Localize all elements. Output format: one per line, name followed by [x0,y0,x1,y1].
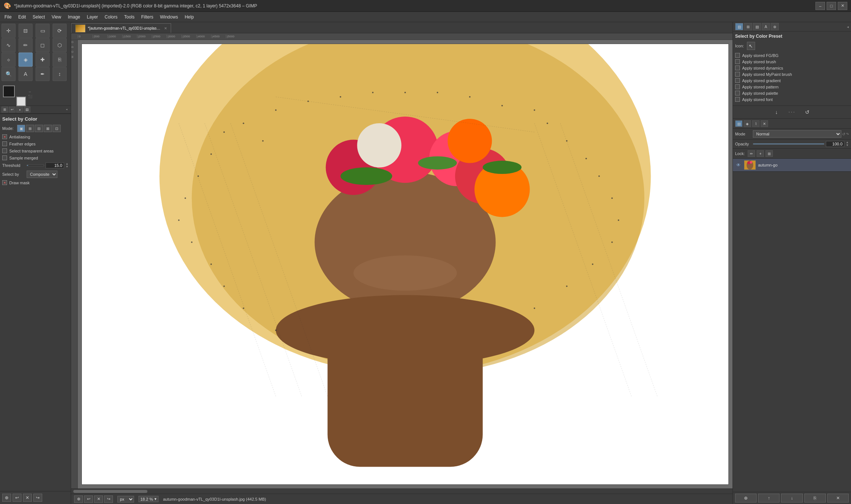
canvas-scrollbar-h[interactable] [71,488,732,494]
tool-history-btn[interactable]: ↩ [9,107,16,112]
maximize-btn[interactable]: □ [827,2,836,10]
replace-mode-btn[interactable]: ▣ [17,125,25,132]
layer-item[interactable]: 👁 autumn-go [733,159,851,172]
layer-mode-more-btn[interactable]: ↷ [846,132,849,136]
background-color[interactable] [16,97,26,106]
align-tool-btn[interactable]: ⊟ [19,24,33,38]
text-btn[interactable]: A [19,67,33,81]
clone-btn[interactable]: ⎘ [53,53,67,67]
apply-palette-checkbox[interactable] [735,91,740,95]
redo-btn[interactable]: ↪ [33,494,42,502]
sample-merged-checkbox[interactable] [2,155,7,160]
color-picker-btn[interactable]: ✒ [36,67,50,81]
color-selector[interactable] [3,85,22,103]
menu-view[interactable]: View [49,13,64,21]
move-down-btn[interactable]: ↓ [772,108,781,116]
antialiasing-checkbox[interactable] [2,134,7,139]
fuzzy-select-btn[interactable]: ⟐ [1,53,16,67]
foreground-color[interactable] [3,85,15,97]
menu-filters[interactable]: Filters [138,13,156,21]
layer-raise-btn[interactable]: ↑ [758,494,780,503]
layer-mode-history-btn[interactable]: ↺ [842,132,845,136]
select-by-color-btn[interactable]: ◈ [19,53,33,67]
layer-duplicate-btn[interactable]: ⎘ [804,494,826,503]
paintbrush-btn[interactable]: ✏ [19,38,33,52]
images-btn[interactable]: ▤ [24,107,30,112]
lock-position-btn[interactable]: + [757,150,764,157]
layer-new-btn[interactable]: ⊕ [735,494,757,503]
rect-select-btn[interactable]: ▭ [36,24,50,38]
move-tool-btn[interactable]: ✛ [1,24,16,38]
menu-windows[interactable]: Windows [157,13,181,21]
measure-btn[interactable]: ↕ [53,67,67,81]
new-image-status-btn[interactable]: ⊕ [74,495,83,503]
redo-status-btn[interactable]: ↪ [104,495,113,503]
invert-mode-btn[interactable]: ⊡ [53,125,61,132]
lock-pixels-btn[interactable]: ✏ [748,150,755,157]
right-tab-brushes[interactable]: ▨ [735,23,743,30]
scrollbar-thumb-h[interactable] [73,490,147,493]
paths-tab-btn[interactable]: ⌇ [752,120,760,127]
menu-help[interactable]: Help [182,13,197,21]
apply-font-checkbox[interactable] [735,97,740,102]
menu-image[interactable]: Image [65,13,83,21]
layers-tab-btn[interactable]: ▤ [735,120,742,127]
subtract-mode-btn[interactable]: ⊟ [35,125,43,132]
right-tabs-more-btn[interactable]: ◂ [847,25,849,29]
transform-btn[interactable]: ⟳ [53,24,67,38]
zoom-display[interactable]: 18.2 % ▾ [139,496,158,502]
menu-edit[interactable]: Edit [15,13,29,21]
image-canvas[interactable] [81,44,729,485]
opacity-slider[interactable] [753,143,824,145]
apply-mypaint-checkbox[interactable] [735,72,740,77]
layer-delete-btn[interactable]: ✕ [827,494,849,503]
select-by-dropdown[interactable]: Composite Red Green Blue Alpha Hue Satur… [27,171,57,178]
unit-select[interactable]: px in mm [117,496,134,503]
canvas-content[interactable] [78,40,732,488]
lock-all-btn[interactable]: ⊞ [765,150,773,157]
undo-history-btn[interactable]: ↩ [13,494,21,502]
feather-edges-checkbox[interactable] [2,141,7,146]
heal-btn[interactable]: ✚ [36,53,50,67]
canvas-tab[interactable]: *[autumn-goodman-vTL_qy03D1I-unsplash] (… [71,23,171,33]
eraser-btn[interactable]: ◻ [36,38,50,52]
apply-fg-bg-checkbox[interactable] [735,53,740,58]
more-btn[interactable]: ··· [788,109,795,115]
close-btn[interactable]: ✕ [838,2,847,10]
refresh-btn[interactable]: ↺ [803,108,812,116]
layer-mode-select[interactable]: Normal Dissolve Multiply Screen Overlay [753,130,841,138]
layer-visibility-btn[interactable]: 👁 [735,162,742,168]
draw-mask-checkbox[interactable] [2,180,7,185]
menu-file[interactable]: File [1,13,14,21]
preset-icon-display[interactable]: ↖ [747,42,755,50]
add-mode-btn[interactable]: ⊞ [26,125,34,132]
warp-transform-btn[interactable]: ∿ [1,38,16,52]
reset-colors-btn[interactable]: ⬛ [28,95,32,98]
select-transparent-checkbox[interactable] [2,148,7,153]
right-tab-tool-presets[interactable]: ⊛ [771,23,779,30]
apply-gradient-checkbox[interactable] [735,78,740,83]
tool-options-view-btn[interactable]: ⊞ [1,107,8,112]
menu-layer[interactable]: Layer [84,13,101,21]
right-tab-fonts[interactable]: A [762,23,770,30]
apply-pattern-checkbox[interactable] [735,84,740,89]
zoom-btn[interactable]: 🔍 [1,67,16,81]
intersect-mode-btn[interactable]: ⊠ [44,125,52,132]
perspective-btn[interactable]: ⬡ [53,38,67,52]
right-tab-patterns[interactable]: ⊞ [744,23,752,30]
threshold-value[interactable]: 15.0 [46,162,64,168]
channels-tab-btn[interactable]: ◈ [744,120,751,127]
right-tab-gradients[interactable]: ▤ [753,23,761,30]
apply-dynamics-checkbox[interactable] [735,65,740,70]
layer-lower-btn[interactable]: ↓ [781,494,802,503]
device-status-btn[interactable]: ⬧ [16,107,23,112]
menu-colors[interactable]: Colors [102,13,121,21]
swap-colors-btn[interactable]: ↔ [28,90,32,94]
menu-select[interactable]: Select [30,13,48,21]
tab-close-btn[interactable]: ✕ [164,26,167,30]
threshold-slider[interactable] [27,165,44,166]
delete-btn[interactable]: ✕ [23,494,32,502]
threshold-down-btn[interactable]: ▼ [66,165,69,168]
toolbox-menu-btn[interactable]: ◂ [64,107,69,112]
undo-status-btn[interactable]: ↩ [84,495,93,503]
